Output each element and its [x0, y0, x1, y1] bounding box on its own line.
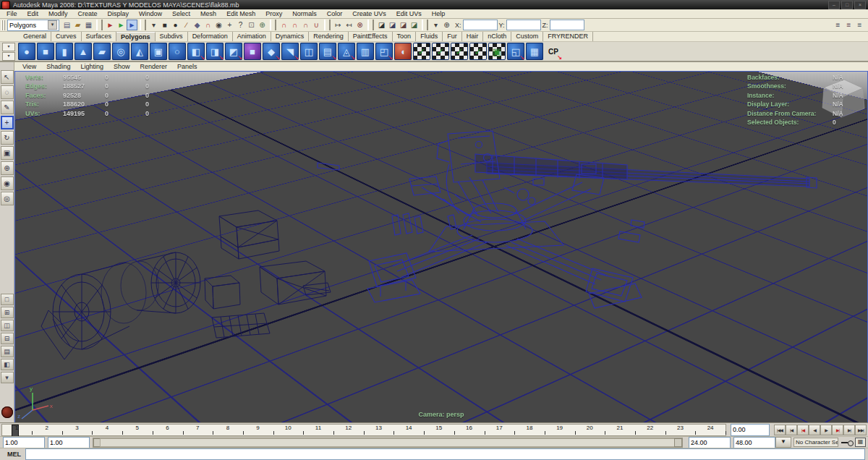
input-connections-icon[interactable]: ↦: [333, 20, 344, 30]
maximize-button[interactable]: □: [841, 1, 853, 9]
status-line-divider[interactable]: [422, 20, 428, 30]
range-end-handle[interactable]: [674, 438, 682, 447]
x-field[interactable]: [463, 20, 498, 30]
output-connections-icon[interactable]: ↤: [344, 20, 354, 30]
status-line-divider[interactable]: [96, 20, 103, 30]
lock-selection-icon[interactable]: ⊡: [246, 20, 257, 30]
animation-start-field[interactable]: [3, 437, 45, 448]
menu-modify[interactable]: Modify: [43, 9, 73, 18]
combine-icon[interactable]: ◧: [187, 43, 205, 60]
append-polygon-icon[interactable]: ▤: [319, 43, 336, 60]
playback-end-field[interactable]: [689, 437, 731, 448]
mask-point-icon[interactable]: ■: [159, 20, 170, 30]
shelf-tab-rendering[interactable]: Rendering: [309, 32, 349, 41]
mel-command-input[interactable]: [25, 448, 865, 460]
y-field[interactable]: [506, 20, 541, 30]
step-forward-frame-button[interactable]: ▶|: [843, 425, 855, 435]
play-backward-button[interactable]: ◀: [809, 425, 820, 435]
animation-end-field[interactable]: [733, 437, 775, 448]
current-time-field[interactable]: [731, 424, 770, 436]
uv-grid-icon[interactable]: ▦: [526, 43, 543, 60]
ipr-render-icon[interactable]: ◪: [387, 20, 398, 30]
shelf-tab-deformation[interactable]: Deformation: [188, 32, 233, 41]
menu-file[interactable]: File: [1, 9, 22, 18]
pane-graph-layout[interactable]: ⊟: [1, 333, 14, 344]
highlight-selection-icon[interactable]: ⊕: [257, 20, 268, 30]
soft-modification-tool[interactable]: ◉: [1, 176, 14, 190]
attribute-editor-toggle[interactable]: ≡: [833, 20, 843, 30]
shelf-tab-animation[interactable]: Animation: [233, 32, 271, 41]
globe-icon[interactable]: [1, 406, 13, 418]
shelf-menu-widget[interactable]: ▾ ▾: [0, 42, 17, 61]
poly-cylinder-icon[interactable]: ▮: [56, 43, 73, 60]
shelf-tab-general[interactable]: General: [19, 32, 51, 41]
shelf-tab-custom[interactable]: Custom: [511, 32, 543, 41]
split-polygon-icon[interactable]: ◬: [338, 43, 355, 60]
go-to-start-button[interactable]: |◀◀: [774, 425, 786, 435]
menu-proxy[interactable]: Proxy: [260, 9, 287, 18]
insert-edge-loop-icon[interactable]: ▥: [357, 43, 374, 60]
pane-uv-layout[interactable]: ◧: [1, 359, 14, 370]
mel-label[interactable]: MEL: [0, 451, 25, 458]
go-to-end-button[interactable]: ▶▶|: [855, 425, 867, 435]
step-forward-key-button[interactable]: ▶|: [832, 425, 843, 435]
animation-preferences-icon[interactable]: ▦: [855, 438, 866, 447]
selection-mask-dropdown[interactable]: ▾: [148, 20, 159, 30]
status-line-grip[interactable]: [1, 20, 6, 30]
close-button[interactable]: ×: [854, 1, 866, 9]
bridge-icon[interactable]: ◫: [300, 43, 318, 60]
poly-cube-icon[interactable]: ■: [37, 43, 54, 60]
panel-menu-panels[interactable]: Panels: [172, 62, 203, 71]
menu-color[interactable]: Color: [322, 9, 348, 18]
menu-edit-mesh[interactable]: Edit Mesh: [221, 9, 260, 18]
menu-window[interactable]: Window: [134, 9, 167, 18]
shelf-tab-toon[interactable]: Toon: [393, 32, 417, 41]
mask-face-icon[interactable]: ◆: [192, 20, 203, 30]
wedge-face-icon[interactable]: ◥: [281, 43, 299, 60]
menu-select[interactable]: Select: [167, 9, 195, 18]
boxed-checker-icon[interactable]: ▣: [488, 43, 506, 60]
auto-keyframe-icon[interactable]: [841, 439, 853, 446]
shelf-tab-surfaces[interactable]: Surfaces: [82, 32, 117, 41]
shelf-tab-painteffects[interactable]: PaintEffects: [349, 32, 393, 41]
select-component-icon[interactable]: ►: [127, 20, 137, 30]
z-field[interactable]: [550, 20, 584, 30]
layout-dropdown[interactable]: ▾: [1, 372, 14, 383]
snap-grid-icon[interactable]: ∩: [278, 20, 289, 30]
separate-icon[interactable]: ◨: [206, 43, 224, 60]
menu-create-uvs[interactable]: Create UVs: [347, 9, 391, 18]
menu-normals[interactable]: Normals: [287, 9, 322, 18]
select-object-icon[interactable]: ►: [116, 20, 127, 30]
menu-mesh[interactable]: Mesh: [195, 9, 221, 18]
hypershade-icon[interactable]: ◪: [409, 20, 420, 30]
status-line-divider[interactable]: [140, 20, 146, 30]
select-tool[interactable]: ↖: [1, 70, 14, 84]
render-view-icon[interactable]: ◪: [376, 20, 387, 30]
sculpt-dome-icon[interactable]: ◖: [394, 43, 412, 60]
extrude-icon[interactable]: ◰: [375, 43, 393, 60]
poly-plane-icon[interactable]: ▰: [93, 43, 111, 60]
shelf-tab-dynamics[interactable]: Dynamics: [271, 32, 310, 41]
channel-box-toggle[interactable]: ≡: [854, 20, 865, 30]
smooth-checker-icon[interactable]: ✓: [413, 43, 430, 60]
reduce-checker-icon[interactable]: ✓: [432, 43, 449, 60]
menu-help[interactable]: Help: [427, 9, 451, 18]
status-line-divider[interactable]: [367, 20, 374, 30]
poly-cone-icon[interactable]: ▲: [75, 43, 92, 60]
mask-help-icon[interactable]: ?: [235, 20, 246, 30]
scale-tool[interactable]: ▣: [1, 146, 14, 160]
snap-point-icon[interactable]: ∩: [300, 20, 311, 30]
select-hierarchy-icon[interactable]: ►: [105, 20, 116, 30]
character-set-dropdown[interactable]: ▼: [775, 437, 791, 448]
range-bar[interactable]: [100, 438, 676, 447]
status-line-divider[interactable]: [270, 20, 276, 30]
shelf-tab-hair[interactable]: Hair: [462, 32, 484, 41]
four-pane-layout[interactable]: ⊞: [1, 307, 14, 318]
transfer-attributes-icon[interactable]: ◱: [507, 43, 524, 60]
shelf-tab-fryrender[interactable]: FRYRENDER: [543, 32, 593, 41]
show-manipulator-tool[interactable]: ◎: [1, 192, 14, 205]
poly-pipe-icon[interactable]: ▣: [150, 43, 167, 60]
menu-edit[interactable]: Edit: [22, 9, 44, 18]
panel-menu-lighting[interactable]: Lighting: [75, 62, 109, 71]
menu-edit-uvs[interactable]: Edit UVs: [391, 9, 427, 18]
